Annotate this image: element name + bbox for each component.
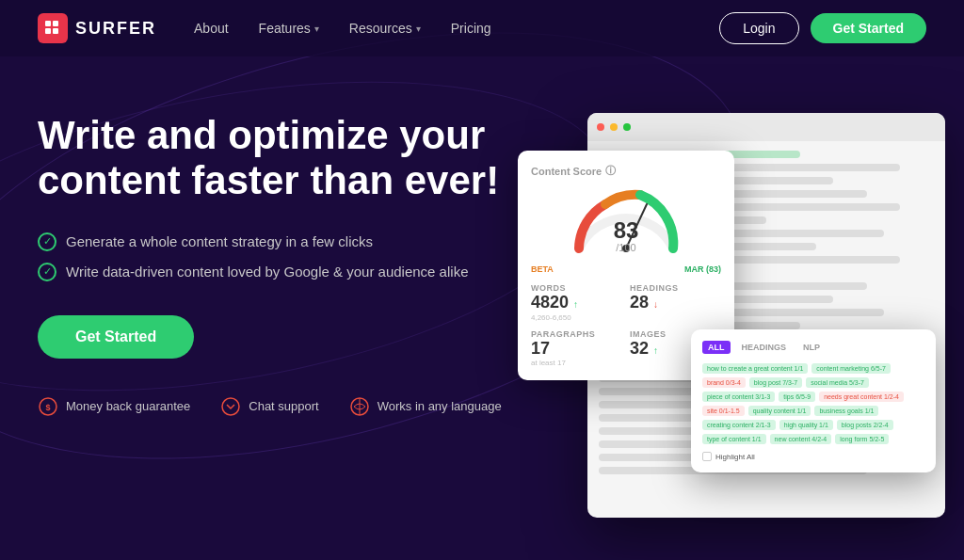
keyword-tag: blog posts 2/2-4 <box>837 420 893 430</box>
language-icon <box>349 396 370 417</box>
keyword-tag: site 0/1-1.5 <box>702 406 745 416</box>
nav-link-features[interactable]: Features ▾ <box>259 21 319 36</box>
keyword-tabs: ALL HEADINGS NLP <box>702 341 924 354</box>
money-back-icon: $ <box>38 396 58 417</box>
nav-link-pricing[interactable]: Pricing <box>451 21 491 36</box>
stat-paragraphs: PARAGRAPHS 17 at least 17 <box>531 329 622 368</box>
keyword-tag: type of content 1/1 <box>702 434 766 444</box>
keyword-tag: needs great content 1/2-4 <box>819 392 904 402</box>
keyword-tag: quality content 1/1 <box>748 406 811 416</box>
svg-rect-3 <box>53 28 58 34</box>
logo-text: SURFER <box>75 19 156 39</box>
keyword-tag: content marketing 6/5-7 <box>811 363 891 374</box>
tab-nlp[interactable]: NLP <box>797 341 826 354</box>
chevron-down-icon: ▾ <box>314 24 319 34</box>
editor-toolbar <box>587 113 945 141</box>
logo-icon <box>38 13 68 43</box>
highlight-all[interactable]: Highlight All <box>702 452 924 461</box>
keyword-tag: new content 4/2-4 <box>770 434 832 444</box>
hero-section: Write and optimize your content faster t… <box>0 56 964 560</box>
gauge-value: 83 /100 <box>614 219 639 253</box>
gauge-labels: BETA MAR (83) <box>531 264 721 274</box>
keyword-tag: piece of content 3/1-3 <box>702 392 775 402</box>
maximize-dot <box>623 123 631 131</box>
chat-support-icon <box>220 396 241 417</box>
badge-language: Works in any language <box>349 396 502 417</box>
badge-chat-support: Chat support <box>220 396 318 417</box>
trend-up-icon: ↑ <box>653 345 658 356</box>
keyword-tag: creating content 2/1-3 <box>702 420 776 430</box>
nav-actions: Login Get Started <box>719 12 926 44</box>
login-button[interactable]: Login <box>719 12 798 44</box>
hero-title: Write and optimize your content faster t… <box>38 113 527 204</box>
keyword-tag: tips 6/5-9 <box>779 392 815 402</box>
svg-point-6 <box>222 398 239 415</box>
get-started-hero-button[interactable]: Get Started <box>38 315 194 359</box>
keyword-tag: long form 5/2-5 <box>835 434 889 444</box>
minimize-dot <box>610 123 618 131</box>
check-icon: ✓ <box>38 232 56 251</box>
nav-link-about[interactable]: About <box>194 21 229 36</box>
stat-words: WORDS 4820 ↑ 4,260-6,650 <box>531 283 622 322</box>
keyword-tags: how to create a great content 1/1 conten… <box>702 363 924 444</box>
keyword-tag: business goals 1/1 <box>814 406 878 416</box>
score-title: Content Score ⓘ <box>531 164 721 178</box>
logo[interactable]: SURFER <box>38 13 156 43</box>
list-item: ✓ Generate a whole content strategy in a… <box>38 232 527 251</box>
keyword-tag: how to create a great content 1/1 <box>702 363 808 374</box>
gauge-container: 83 /100 <box>531 187 721 253</box>
close-dot <box>597 123 604 131</box>
hero-left: Write and optimize your content faster t… <box>38 104 527 417</box>
keyword-tag: blog post 7/3-7 <box>749 377 802 388</box>
tab-headings[interactable]: HEADINGS <box>736 341 793 354</box>
hero-badges: $ Money back guarantee Chat support <box>38 396 527 417</box>
stat-headings: HEADINGS 28 ↓ <box>630 283 721 322</box>
nav-links: About Features ▾ Resources ▾ Pricing <box>194 21 719 36</box>
keywords-panel: ALL HEADINGS NLP how to create a great c… <box>691 329 936 472</box>
keyword-tag: social media 5/3-7 <box>806 377 869 388</box>
nav-link-resources[interactable]: Resources ▾ <box>349 21 421 36</box>
svg-text:$: $ <box>45 403 50 412</box>
get-started-nav-button[interactable]: Get Started <box>811 13 926 43</box>
list-item: ✓ Write data-driven content loved by Goo… <box>38 263 527 281</box>
trend-down-icon: ↓ <box>653 299 658 310</box>
badge-money-back: $ Money back guarantee <box>38 396 190 417</box>
hero-features-list: ✓ Generate a whole content strategy in a… <box>38 232 527 281</box>
tab-all[interactable]: ALL <box>702 341 731 354</box>
check-icon: ✓ <box>38 263 56 281</box>
keyword-tag: brand 0/3-4 <box>702 377 746 388</box>
chevron-down-icon: ▾ <box>416 24 421 34</box>
hero-right-mockup: Content Score ⓘ <box>527 104 926 532</box>
svg-rect-0 <box>45 21 51 26</box>
keyword-tag: high quality 1/1 <box>779 420 833 430</box>
checkbox-icon <box>702 452 712 461</box>
navigation: SURFER About Features ▾ Resources ▾ Pric… <box>0 0 964 56</box>
svg-rect-2 <box>45 28 51 34</box>
svg-rect-1 <box>53 21 58 26</box>
trend-up-icon: ↑ <box>573 299 578 310</box>
